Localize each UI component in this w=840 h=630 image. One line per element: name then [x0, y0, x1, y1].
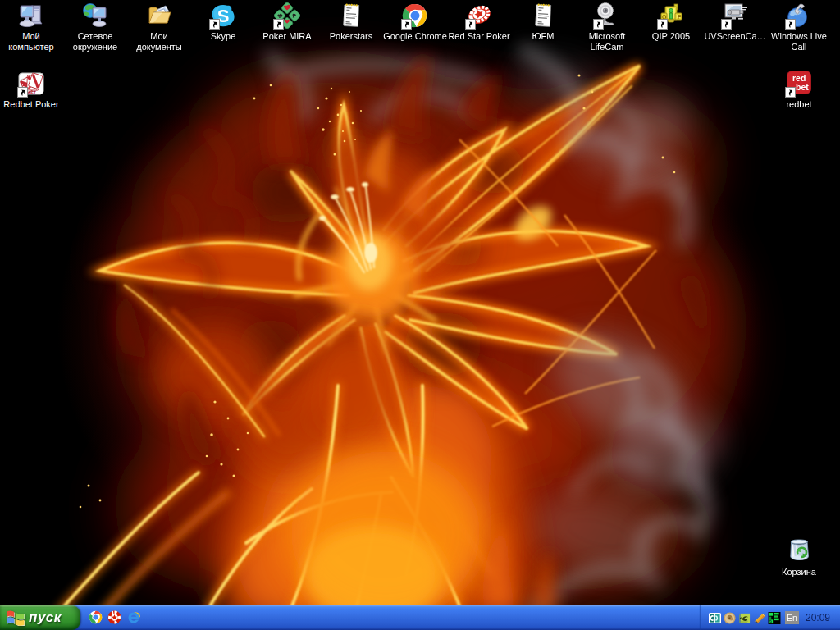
svg-text:P: P [678, 14, 682, 20]
svg-text:bet: bet [796, 82, 809, 92]
svg-text:9: 9 [769, 619, 772, 623]
